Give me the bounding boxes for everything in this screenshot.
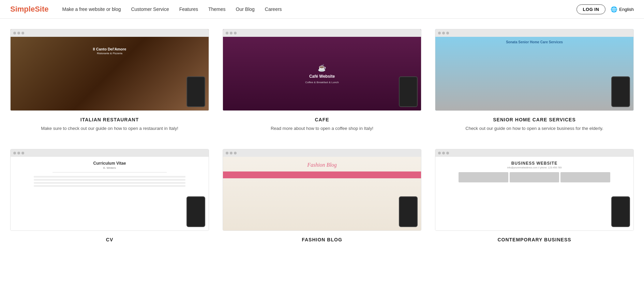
- biz-image-grid: [459, 172, 611, 182]
- dot2: [230, 152, 233, 154]
- dot3: [446, 32, 449, 34]
- theme-card-senior: Sonata Senior Home Care Services SENIOR …: [435, 29, 634, 132]
- dot1: [13, 32, 16, 34]
- cafe-cup-icon: ☕: [318, 64, 326, 72]
- login-button[interactable]: LOG IN: [576, 4, 606, 14]
- theme-card-cv: Curriculum Vitae E. Winters CV: [10, 149, 209, 245]
- theme-preview-senior[interactable]: Sonata Senior Home Care Services: [435, 29, 634, 111]
- dot3: [234, 32, 237, 34]
- cv-content: Curriculum Vitae E. Winters: [11, 157, 209, 230]
- browser-bar-business: [435, 149, 633, 157]
- logo[interactable]: SimpleSite: [10, 5, 48, 14]
- dot1: [226, 32, 228, 34]
- theme-desc-italian: Make sure to check out our guide on how …: [41, 125, 178, 132]
- cv-line4: [34, 185, 186, 187]
- theme-title-fashion: FASHION BLOG: [302, 237, 342, 242]
- mobile-device-overlay-business: [611, 196, 630, 227]
- cv-line2: [34, 179, 186, 181]
- senior-content: Sonata Senior Home Care Services: [435, 37, 633, 110]
- cafe-content: ☕ Café Website Coffee & Breakfast & Lunc…: [223, 37, 421, 110]
- biz-sub-text: info@youremailaddress.com // phone: 123-…: [507, 166, 562, 169]
- language-label: English: [619, 7, 634, 12]
- browser-bar-cafe: [223, 29, 421, 37]
- main-content: Il Canto Del'Amore Ristorante & Pizzeria…: [0, 19, 644, 259]
- cafe-subtitle-text: Coffee & Breakfast & Lunch: [305, 81, 339, 84]
- fashion-blog-title: Fashion Blog: [307, 162, 337, 168]
- browser-bar-fashion: [223, 149, 421, 157]
- mobile-device-overlay-senior: [611, 76, 630, 107]
- italian-content: Il Canto Del'Amore Ristorante & Pizzeria: [11, 37, 209, 110]
- dot2: [442, 32, 445, 34]
- theme-title-senior: SENIOR HOME CARE SERVICES: [493, 117, 576, 122]
- dot1: [13, 152, 16, 154]
- mobile-device-overlay-fashion: [399, 196, 418, 227]
- italian-subtitle: Ristorante & Pizzeria: [93, 52, 126, 55]
- nav-careers[interactable]: Careers: [265, 6, 282, 12]
- theme-card-italian: Il Canto Del'Amore Ristorante & Pizzeria…: [10, 29, 209, 132]
- theme-title-cafe: CAFE: [315, 117, 329, 122]
- biz-img1: [459, 172, 508, 182]
- globe-icon: 🌐: [611, 6, 617, 13]
- italian-title-overlay: Il Canto Del'Amore Ristorante & Pizzeria: [93, 47, 126, 55]
- fashion-content: Fashion Blog: [223, 157, 421, 230]
- nav-make-free[interactable]: Make a free website or blog: [62, 6, 121, 12]
- dot3: [21, 152, 24, 154]
- theme-preview-italian[interactable]: Il Canto Del'Amore Ristorante & Pizzeria: [10, 29, 209, 111]
- header-right: LOG IN 🌐 English: [576, 4, 634, 14]
- dot2: [17, 152, 20, 154]
- nav-features[interactable]: Features: [179, 6, 198, 12]
- language-button[interactable]: 🌐 English: [611, 6, 634, 13]
- theme-preview-fashion[interactable]: Fashion Blog: [223, 149, 421, 231]
- browser-bar: [11, 29, 209, 37]
- nav-our-blog[interactable]: Our Blog: [236, 6, 255, 12]
- nav-themes[interactable]: Themes: [208, 6, 226, 12]
- mobile-device-overlay-cafe: [399, 76, 418, 107]
- dot3: [446, 152, 449, 154]
- biz-img2: [510, 172, 559, 182]
- cv-line1: [34, 176, 186, 178]
- theme-desc-senior: Check out our guide on how to open a ser…: [465, 125, 603, 132]
- dot3: [21, 32, 24, 34]
- theme-title-business: CONTEMPORARY BUSINESS: [497, 237, 571, 242]
- dot2: [442, 152, 445, 154]
- theme-card-business: BUSINESS WEBSITE info@youremailaddress.c…: [435, 149, 634, 245]
- dot2: [17, 32, 20, 34]
- fashion-nav-bar: [223, 171, 421, 178]
- browser-bar-cv: [11, 149, 209, 157]
- dot3: [234, 152, 237, 154]
- cv-main-title: Curriculum Vitae: [93, 161, 126, 166]
- theme-title-italian: ITALIAN RESTAURANT: [80, 117, 139, 122]
- browser-bar-senior: [435, 29, 633, 37]
- nav-customer-service[interactable]: Customer Service: [131, 6, 169, 12]
- dot1: [438, 152, 441, 154]
- header: SimpleSite Make a free website or blog C…: [0, 0, 644, 19]
- cv-sub-text: E. Winters: [103, 166, 116, 169]
- dot1: [226, 152, 228, 154]
- theme-card-cafe: ☕ Café Website Coffee & Breakfast & Lunc…: [223, 29, 421, 132]
- theme-card-fashion: Fashion Blog FASHION BLOG: [223, 149, 421, 245]
- cv-line3: [34, 182, 186, 184]
- theme-preview-business[interactable]: BUSINESS WEBSITE info@youremailaddress.c…: [435, 149, 634, 231]
- mobile-device-overlay: [186, 76, 205, 107]
- cafe-title-text: Café Website: [309, 74, 335, 79]
- themes-grid: Il Canto Del'Amore Ristorante & Pizzeria…: [10, 29, 634, 245]
- biz-main-title: BUSINESS WEBSITE: [511, 161, 557, 166]
- theme-preview-cafe[interactable]: ☕ Café Website Coffee & Breakfast & Lunc…: [223, 29, 421, 111]
- business-content: BUSINESS WEBSITE info@youremailaddress.c…: [435, 157, 633, 230]
- biz-img3: [560, 172, 610, 182]
- senior-title-text: Sonata Senior Home Care Services: [503, 40, 566, 44]
- cv-divider: [53, 172, 166, 172]
- theme-preview-cv[interactable]: Curriculum Vitae E. Winters: [10, 149, 209, 231]
- theme-desc-cafe: Read more about how to open a coffee sho…: [271, 125, 373, 132]
- dot1: [438, 32, 441, 34]
- dot2: [230, 32, 233, 34]
- mobile-device-overlay-cv: [186, 196, 205, 227]
- main-nav: Make a free website or blog Customer Ser…: [62, 6, 576, 12]
- theme-title-cv: CV: [106, 237, 113, 242]
